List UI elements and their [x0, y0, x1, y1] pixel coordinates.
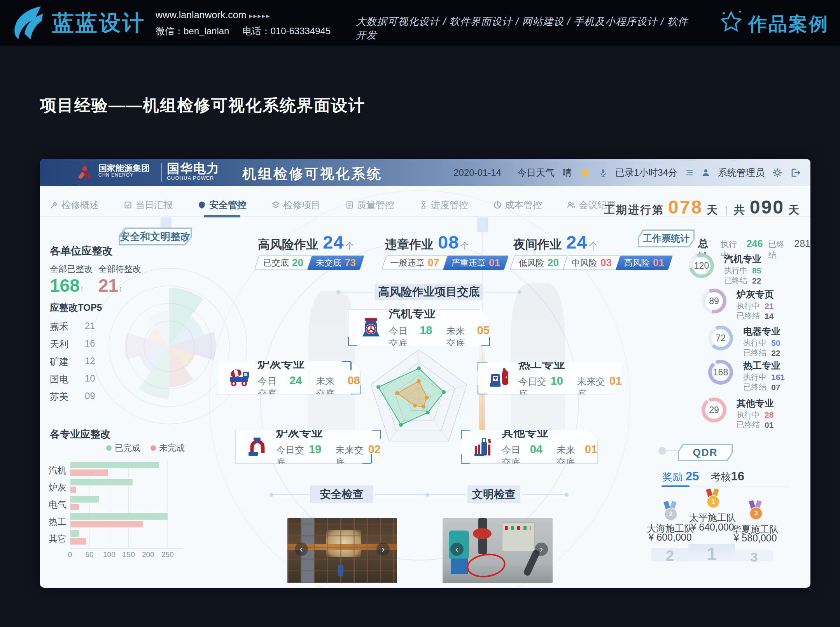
tab-safety-control[interactable]: 安全管控 [198, 199, 247, 211]
top5-title: 应整改TOP5 [50, 301, 102, 314]
stat-violation: 违章作业08个 [385, 231, 469, 253]
website-link[interactable]: www.lanlanwork.com ▸▸▸▸▸ [156, 9, 271, 21]
tab-assessment[interactable]: 考核16 [710, 469, 744, 484]
dashboard-header: 国家能源集团 CHN ENERGY 国华电力 GUOHUA POWER 机组检修… [40, 159, 810, 186]
carousel-next-button[interactable]: › [535, 543, 548, 556]
tab-quality-control[interactable]: 质量管控 [345, 199, 394, 211]
bar-undone [70, 469, 108, 476]
tab-maintenance-items[interactable]: 检修项目 [271, 199, 320, 211]
team-amount: ¥ 600,000 [637, 532, 703, 543]
stat-violation-badges: 一般违章07 严重违章01 [384, 256, 506, 270]
page-title: 项目经验——机组检修可视化系统界面设计 [40, 95, 365, 116]
tab-daily-report[interactable]: 当日汇报 [124, 199, 173, 211]
corner-bracket [362, 454, 372, 464]
bar-done [70, 496, 99, 503]
active-tab-underline [662, 485, 690, 487]
bar-category-label: 热工 [49, 516, 68, 528]
dashboard-screenshot: 国家能源集团 CHN ENERGY 国华电力 GUOHUA POWER 机组检修… [40, 159, 810, 588]
donut-label: 电器专业 执行中50 已终结22 [743, 326, 810, 359]
legend-dot-done [106, 445, 112, 451]
connector-dot [425, 493, 429, 497]
bar-done [70, 530, 79, 537]
donut-electrical: 72 [708, 326, 733, 350]
logout-icon[interactable] [790, 168, 800, 178]
meeting-icon [567, 201, 576, 209]
legend-dot-undone [150, 445, 156, 451]
bar-undone [70, 504, 79, 510]
quality-icon [345, 201, 354, 209]
carousel-prev-button[interactable]: ‹ [295, 543, 308, 556]
username[interactable]: 系统管理员 [718, 166, 765, 179]
photo-pump-base [451, 559, 468, 574]
corner-bracket [342, 361, 352, 370]
donut-label: 汽机专业 执行中85 已终结22 [724, 253, 802, 286]
pie-icon [493, 201, 502, 209]
corner-bracket [481, 337, 490, 347]
hourglass-icon [419, 201, 428, 209]
up-arrow-icon: ↑ [118, 284, 122, 294]
top5-row: 国电10 [50, 373, 131, 385]
connector-line [522, 494, 565, 495]
bar-undone [70, 538, 86, 545]
photo-worker [338, 565, 343, 576]
days-elapsed: 078 [668, 196, 703, 218]
section-badge-worktickets: 工作票统计 [638, 229, 695, 247]
tab-progress-control[interactable]: 进度管控 [419, 199, 468, 211]
silver-medal-icon: 2 [662, 501, 679, 523]
connector-dot [336, 290, 340, 294]
donut-other: 29 [702, 398, 726, 422]
bar-done [70, 513, 168, 520]
report-icon [124, 201, 132, 209]
donut-turbine: 120 [689, 253, 714, 278]
deco-tab [477, 217, 488, 232]
units-rectify-title: 各单位应整改 [50, 244, 113, 258]
user-icon [702, 168, 710, 177]
sun-icon [579, 167, 591, 179]
todo-label: 全部待整改 [98, 263, 141, 275]
safety-inspection-banner: 安全检查 [310, 485, 373, 503]
podium-step-2: 2 [651, 548, 688, 561]
tab-overview[interactable]: 检修概述 [50, 199, 99, 211]
bronze-medal-icon: 3 [747, 501, 764, 522]
date-label: 2020-01-14 [453, 167, 501, 178]
donut-thermal: 168 [708, 360, 733, 385]
podium-step-3: 3 [735, 550, 773, 561]
bar-category-label: 电气 [49, 499, 68, 511]
tab-cost-control[interactable]: 成本管控 [493, 199, 542, 211]
corner-bracket [477, 361, 487, 371]
system-title: 机组检修可视化系统 [242, 165, 382, 184]
corner-bracket [351, 385, 361, 395]
donut-label: 热工专业 执行中161 已终结07 [743, 360, 810, 393]
valve-icon [246, 434, 271, 459]
stat-night-work-badges: 低风险20 中风险03 高风险01 [513, 256, 670, 270]
microphone-icon [599, 168, 607, 177]
layers-icon [271, 201, 280, 209]
specialty-bar-chart: 050100150200250汽机炉灰电气热工其它 [49, 459, 204, 564]
days-total: 090 [750, 196, 784, 218]
connector-line [666, 450, 678, 451]
tab-reward[interactable]: 奖励25 [662, 469, 699, 484]
bar-category-label: 汽机 [49, 464, 68, 476]
bar-legend: 已完成 未完成 [106, 442, 185, 454]
phone-label: 电话：010-63334945 [242, 25, 331, 37]
bar-undone [70, 487, 76, 493]
chn-energy-logo [76, 164, 94, 182]
portfolio-button[interactable]: 作品案例 [748, 12, 829, 37]
turbine-icon [359, 315, 383, 340]
donut-ash: 89 [702, 289, 726, 314]
briefing-banner: 高风险作业项目交底 [374, 284, 483, 300]
carousel-next-button[interactable]: › [376, 543, 390, 556]
carousel-prev-button[interactable]: ‹ [450, 543, 464, 556]
gear-icon[interactable] [772, 168, 782, 178]
top5-row: 嘉禾21 [50, 321, 131, 333]
card-ash-valve: 炉灰专业 今日交底19 未来交底02 [235, 430, 381, 464]
factory-icon [471, 434, 496, 459]
bar-undone [70, 521, 143, 527]
up-arrow-icon: ↑ [80, 284, 84, 294]
project-duration: 工期进行第 078 天 | 共 090 天 [604, 196, 800, 218]
card-ash-truck: 炉灰专业 今日交底24 未来交底08 [217, 361, 360, 394]
bar-done [70, 462, 159, 468]
boiler-icon [488, 366, 513, 391]
corner-bracket [477, 385, 487, 395]
top5-row: 矿建12 [50, 356, 131, 368]
